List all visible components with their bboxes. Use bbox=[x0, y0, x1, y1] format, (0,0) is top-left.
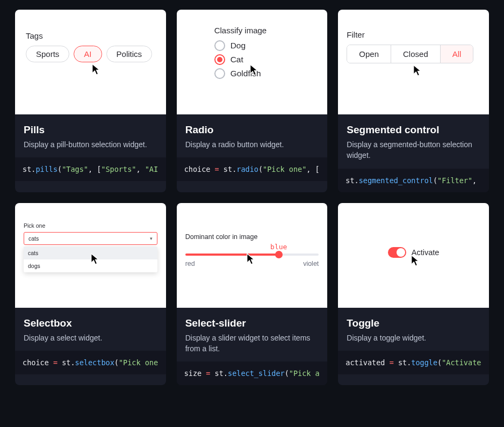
code-snippet: st.segmented_control("Filter", bbox=[338, 169, 489, 192]
selectbox-value: cats bbox=[28, 235, 39, 242]
card-title: Radio bbox=[185, 124, 319, 136]
code-snippet: st.pills("Tags", ["Sports", "AI bbox=[15, 157, 166, 181]
radio-option-selected[interactable]: Cat bbox=[214, 54, 290, 65]
card-toggle[interactable]: Activate Toggle Display a toggle widget.… bbox=[338, 203, 489, 386]
selectbox-preview: Pick one cats ▾ cats dogs bbox=[15, 203, 166, 308]
card-subtitle: Display a select widget. bbox=[24, 332, 157, 343]
pill-option-selected[interactable]: AI bbox=[74, 46, 102, 62]
card-subtitle: Display a slider widget to select items … bbox=[185, 332, 319, 354]
slider-label: Dominant color in image bbox=[185, 233, 319, 241]
radio-option[interactable]: Goldfish bbox=[214, 68, 290, 79]
card-subtitle: Display a toggle widget. bbox=[347, 332, 480, 343]
toggle-switch[interactable] bbox=[388, 247, 406, 258]
code-snippet: size = st.select_slider("Pick a bbox=[177, 361, 328, 385]
selectbox-menu: cats dogs bbox=[24, 247, 157, 272]
segmented-preview: Filter Open Closed All bbox=[338, 10, 489, 114]
chevron-down-icon: ▾ bbox=[150, 236, 153, 241]
radio-icon-selected bbox=[214, 54, 225, 65]
selectbox-menu-item[interactable]: cats bbox=[24, 247, 157, 259]
radio-icon bbox=[214, 40, 225, 51]
card-select-slider[interactable]: Dominant color in image blue red violet … bbox=[177, 203, 328, 386]
slider-thumb[interactable] bbox=[275, 251, 283, 258]
selectbox-field[interactable]: cats ▾ bbox=[24, 232, 157, 245]
segment-option[interactable]: Closed bbox=[391, 45, 441, 63]
slider-max-label: violet bbox=[303, 260, 319, 267]
slider-fill bbox=[185, 254, 279, 256]
card-subtitle: Display a radio button widget. bbox=[185, 139, 319, 150]
pill-option[interactable]: Sports bbox=[26, 46, 69, 62]
radio-preview: Classify image Dog Cat Goldfish bbox=[177, 10, 328, 114]
toggle-preview: Activate bbox=[338, 203, 489, 308]
code-snippet: choice = st.radio("Pick one", [ bbox=[177, 157, 328, 181]
card-segmented[interactable]: Filter Open Closed All Segmented control… bbox=[338, 10, 489, 192]
pills-preview: Tags Sports AI Politics bbox=[15, 10, 166, 114]
segmented-control: Open Closed All bbox=[347, 45, 473, 63]
card-title: Select-slider bbox=[185, 317, 319, 329]
widget-gallery-grid: Tags Sports AI Politics Pills Display a … bbox=[15, 10, 489, 385]
pill-option[interactable]: Politics bbox=[106, 46, 153, 62]
card-title: Segmented control bbox=[347, 124, 480, 136]
segmented-label: Filter bbox=[347, 30, 480, 39]
slider-track[interactable]: blue bbox=[185, 254, 319, 256]
segment-option[interactable]: Open bbox=[347, 45, 391, 63]
card-subtitle: Display a segmented-button selection wid… bbox=[347, 139, 480, 161]
select-slider-preview: Dominant color in image blue red violet bbox=[177, 203, 328, 308]
code-snippet: choice = st.selectbox("Pick one bbox=[15, 351, 166, 374]
card-pills[interactable]: Tags Sports AI Politics Pills Display a … bbox=[15, 10, 166, 192]
selectbox-menu-item[interactable]: dogs bbox=[24, 259, 157, 272]
slider-value: blue bbox=[270, 243, 287, 251]
slider-min-label: red bbox=[185, 260, 195, 267]
toggle-label: Activate bbox=[412, 248, 440, 257]
segment-option-selected[interactable]: All bbox=[441, 45, 473, 63]
radio-icon bbox=[214, 68, 225, 79]
card-radio[interactable]: Classify image Dog Cat Goldfish Radio Di… bbox=[177, 10, 328, 192]
card-title: Pills bbox=[24, 124, 157, 136]
toggle-knob bbox=[397, 248, 405, 257]
card-title: Selectbox bbox=[24, 317, 157, 329]
radio-option[interactable]: Dog bbox=[214, 40, 290, 51]
card-title: Toggle bbox=[347, 317, 480, 329]
pills-label: Tags bbox=[26, 31, 155, 40]
selectbox-label: Pick one bbox=[24, 222, 157, 229]
card-selectbox[interactable]: Pick one cats ▾ cats dogs Selectbox Disp… bbox=[15, 203, 166, 386]
radio-group-label: Classify image bbox=[214, 26, 290, 35]
card-subtitle: Display a pill-button selection widget. bbox=[24, 139, 157, 150]
code-snippet: activated = st.toggle("Activate bbox=[338, 351, 489, 374]
